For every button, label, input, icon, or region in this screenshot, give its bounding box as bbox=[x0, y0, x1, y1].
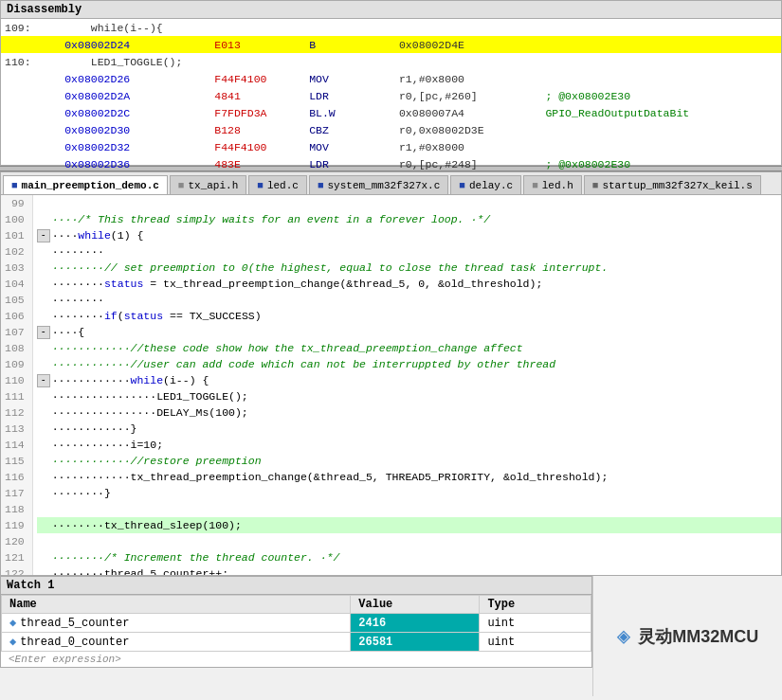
watch-panel: Watch 1 Name Value Type ◆thread_5_counte… bbox=[0, 576, 592, 668]
watch-table: Name Value Type ◆thread_5_counter 2416 u… bbox=[1, 595, 591, 652]
code-line: -············while(i--) { bbox=[37, 372, 781, 388]
logo-text: 灵动MM32MCU bbox=[638, 625, 758, 648]
line-number: 104 bbox=[5, 276, 28, 292]
line-number: 112 bbox=[5, 404, 28, 421]
disasm-comment bbox=[541, 70, 781, 87]
code-comment: ············//these code show how the tx… bbox=[52, 340, 523, 356]
disasm-addr: 0x08002D24 bbox=[61, 36, 210, 53]
disasm-operands: r0,0x08002D3E bbox=[395, 121, 541, 138]
line-number: 121 bbox=[5, 549, 28, 565]
disasm-addr: 0x08002D30 bbox=[61, 121, 210, 138]
watch-col-type: Type bbox=[480, 596, 591, 614]
line-number: 120 bbox=[5, 533, 28, 549]
code-line: ········// set preemption to 0(the highe… bbox=[37, 260, 781, 276]
watch-type: uint bbox=[480, 633, 591, 652]
disasm-comment: GPIO_ReadOutputDataBit bbox=[541, 104, 781, 121]
code-text: ················DELAY_Ms(100); bbox=[52, 404, 248, 421]
disasm-mnem: B bbox=[305, 36, 395, 53]
disasm-line-num: 110: bbox=[1, 53, 61, 70]
line-number: 115 bbox=[5, 453, 28, 469]
disasm-line-num: 109: bbox=[1, 19, 61, 36]
code-content: 9910010110210310410510610710810911011111… bbox=[1, 195, 781, 575]
disasm-src: LED1_TOGGLE(); bbox=[61, 53, 781, 70]
code-line: -····{ bbox=[37, 324, 781, 340]
code-line bbox=[37, 501, 781, 517]
tab-system_mm32f327x-c[interactable]: ■system_mm32f327x.c bbox=[309, 175, 448, 194]
enter-expression[interactable]: <Enter expression> bbox=[1, 652, 591, 667]
code-area: ····/* This thread simply waits for an e… bbox=[33, 195, 781, 575]
line-number: 101 bbox=[5, 227, 28, 243]
line-number: 99 bbox=[5, 195, 28, 211]
line-number: 106 bbox=[5, 308, 28, 324]
disasm-comment bbox=[541, 121, 781, 138]
tab-tx_api-h[interactable]: ■tx_api.h bbox=[170, 175, 246, 194]
disasm-comment: ; @0x08002E30 bbox=[541, 87, 781, 104]
code-text: ····{ bbox=[52, 324, 85, 340]
tab-led-h[interactable]: ■led.h bbox=[523, 175, 582, 194]
watch-row: ◆thread_5_counter 2416 uint bbox=[2, 614, 591, 633]
watch-title: Watch 1 bbox=[1, 577, 591, 595]
tab-startup_mm32f327x_keil-s[interactable]: ■startup_mm32f327x_keil.s bbox=[584, 175, 761, 194]
disasm-row: 0x08002D26 F44F4100 MOV r1,#0x8000 bbox=[1, 70, 781, 87]
code-line: ············//these code show how the tx… bbox=[37, 340, 781, 356]
disasm-opcode: E013 bbox=[210, 36, 305, 53]
code-line: ········if(status == TX_SUCCESS) bbox=[37, 308, 781, 324]
code-line: ············tx_thread_preemption_change(… bbox=[37, 469, 781, 485]
line-number: 102 bbox=[5, 243, 28, 260]
line-number: 100 bbox=[5, 211, 28, 227]
code-text: ········if(status == TX_SUCCESS) bbox=[52, 308, 262, 324]
disasm-row: 0x08002D32 F44F4100 MOV r1,#0x8000 bbox=[1, 138, 781, 155]
logo-icon: ◈ bbox=[617, 622, 630, 650]
code-line: ············//user can add code which ca… bbox=[37, 356, 781, 372]
tab-delay-c[interactable]: ■delay.c bbox=[450, 175, 521, 194]
disasm-mnem: CBZ bbox=[305, 121, 395, 138]
disasm-row: 0x08002D24 E013 B 0x08002D4E bbox=[1, 36, 781, 53]
line-number: 107 bbox=[5, 324, 28, 340]
code-line: ········ bbox=[37, 292, 781, 308]
line-number: 113 bbox=[5, 421, 28, 437]
watch-icon: ◆ bbox=[9, 636, 16, 649]
code-comment: ········/* Increment the thread counter.… bbox=[52, 549, 340, 565]
watch-section: Watch 1 Name Value Type ◆thread_5_counte… bbox=[0, 576, 592, 696]
line-number: 111 bbox=[5, 388, 28, 404]
watch-col-value: Value bbox=[351, 596, 480, 614]
code-text: ············while(i--) { bbox=[52, 372, 209, 388]
tab-main_preemption_demo-c[interactable]: ■main_preemption_demo.c bbox=[3, 175, 168, 194]
line-numbers: 9910010110210310410510610710810911011111… bbox=[1, 195, 33, 575]
code-text: ········thread_5_counter++; bbox=[52, 565, 228, 575]
disasm-addr: 0x08002D26 bbox=[61, 70, 210, 87]
code-text: ················LED1_TOGGLE(); bbox=[52, 388, 248, 404]
code-text: ············} bbox=[52, 421, 137, 437]
line-number: 114 bbox=[5, 437, 28, 453]
code-line: ············//restore preemption bbox=[37, 453, 781, 469]
disasm-mnem: MOV bbox=[305, 138, 395, 155]
disasm-comment bbox=[541, 36, 781, 53]
disasm-operands: r1,#0x8000 bbox=[395, 138, 541, 155]
fold-marker[interactable]: - bbox=[37, 326, 50, 339]
disassembly-title: Disassembly bbox=[1, 1, 781, 19]
watch-icon: ◆ bbox=[9, 617, 16, 630]
fold-marker[interactable]: - bbox=[37, 229, 50, 242]
code-line: ················LED1_TOGGLE(); bbox=[37, 388, 781, 404]
disasm-row: 0x08002D2C F7FDFD3A BL.W 0x080007A4 GPIO… bbox=[1, 104, 781, 121]
code-text: ············tx_thread_preemption_change(… bbox=[52, 469, 609, 485]
code-line: ················DELAY_Ms(100); bbox=[37, 404, 781, 421]
disasm-src: while(i--){ bbox=[61, 19, 781, 36]
line-number: 122 bbox=[5, 565, 28, 575]
disasm-operands: r0,[pc,#260] bbox=[395, 87, 541, 104]
line-number: 119 bbox=[5, 517, 28, 533]
code-line: ········/* Increment the thread counter.… bbox=[37, 549, 781, 565]
code-line: ············} bbox=[37, 421, 781, 437]
disasm-addr: 0x08002D2A bbox=[61, 87, 210, 104]
disassembly-table: 109: while(i--){ 0x08002D24 E013 B 0x080… bbox=[1, 19, 781, 189]
code-text: ········} bbox=[52, 485, 111, 501]
logo-section: ◈ 灵动MM32MCU bbox=[592, 576, 782, 696]
watch-name: ◆thread_5_counter bbox=[2, 614, 351, 633]
bottom-section: Watch 1 Name Value Type ◆thread_5_counte… bbox=[0, 576, 782, 696]
fold-marker[interactable]: - bbox=[37, 374, 50, 387]
line-number: 117 bbox=[5, 485, 28, 501]
tab-led-c[interactable]: ■led.c bbox=[248, 175, 307, 194]
tab-icon: ■ bbox=[592, 180, 599, 191]
watch-name: ◆thread_0_counter bbox=[2, 633, 351, 652]
code-text: ········status = tx_thread_preemption_ch… bbox=[52, 276, 543, 292]
